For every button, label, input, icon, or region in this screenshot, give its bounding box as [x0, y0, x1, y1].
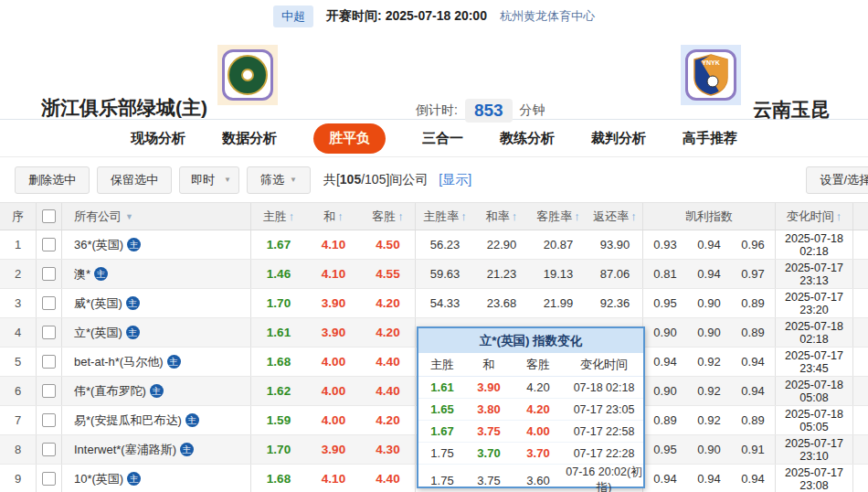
table-row: 3 威*(英国)主 1.70 3.90 4.20 54.33 23.68 21.…: [0, 289, 868, 318]
header-home-rate[interactable]: 主胜率↑: [416, 209, 474, 225]
kelly-draw: 0.94: [687, 238, 731, 251]
row-checkbox[interactable]: [42, 443, 56, 456]
row-seq: 3: [0, 289, 37, 317]
header-home-odds[interactable]: 主胜↑: [251, 209, 306, 225]
row-checkbox[interactable]: [42, 472, 56, 486]
company-cell[interactable]: 伟*(直布罗陀)主: [62, 377, 251, 405]
draw-rate: 21.23: [474, 267, 529, 281]
row-checkbox[interactable]: [42, 413, 56, 427]
chevron-down-icon: ▼: [224, 176, 231, 184]
away-team-name: 云南玉昆: [753, 97, 830, 123]
kelly-away: 0.94: [731, 348, 776, 376]
tab-three-in-one[interactable]: 三合一: [422, 130, 463, 147]
company-name: 易*(安提瓜和巴布达): [74, 412, 182, 429]
row-checkbox-cell: [37, 260, 62, 288]
home-badge-icon: 主: [150, 384, 164, 398]
company-cell[interactable]: 36*(英国)主: [62, 230, 251, 259]
company-cell[interactable]: 10*(英国)主: [62, 465, 251, 492]
company-cell[interactable]: 澳*主: [62, 260, 251, 288]
tab-win-draw-lose[interactable]: 胜平负: [313, 123, 386, 154]
row-checkbox-cell: [37, 406, 62, 434]
tab-live-analysis[interactable]: 现场分析: [131, 130, 185, 147]
settings-select-button[interactable]: 设置/选择: [806, 166, 868, 194]
show-link[interactable]: [显示]: [439, 172, 471, 188]
draw-odds: 3.90: [306, 296, 361, 310]
select-all-checkbox[interactable]: [42, 209, 56, 223]
header-company[interactable]: 所有公司▼: [62, 203, 251, 230]
company-cell[interactable]: bet-at-h*(马尔他)主: [62, 348, 251, 376]
popup-body: 1.61 3.90 4.20 07-18 02:18 1.65 3.80 4.2…: [418, 377, 643, 487]
sort-asc-icon: ↑: [337, 209, 344, 223]
keep-selected-button[interactable]: 保留选中: [97, 166, 172, 194]
company-cell[interactable]: 易*(安提瓜和巴布达)主: [62, 406, 251, 434]
kelly-home: 0.89: [643, 413, 687, 427]
row-checkbox[interactable]: [42, 238, 56, 251]
header-change-time[interactable]: 变化时间↑: [776, 203, 853, 230]
instant-dropdown[interactable]: 即时▼: [179, 166, 239, 194]
home-odds: 1.67: [251, 238, 306, 251]
chevron-down-icon: ▼: [290, 176, 297, 184]
tab-data-analysis[interactable]: 数据分析: [222, 130, 277, 147]
row-checkbox[interactable]: [42, 355, 56, 369]
sort-asc-icon: ↑: [397, 209, 404, 223]
header-draw-rate[interactable]: 和率↑: [474, 209, 529, 225]
popup-header-away: 客胜: [512, 357, 565, 373]
delete-selected-button[interactable]: 删除选中: [15, 166, 90, 194]
row-seq: 1: [0, 230, 37, 259]
filter-dropdown[interactable]: 筛选▼: [247, 166, 311, 194]
header-away-rate[interactable]: 客胜率↑: [529, 209, 587, 225]
team-header: 浙江俱乐部绿城(主) 倒计时: 853 分钟 YNYK 云南玉昆: [0, 33, 868, 120]
kelly-home: 0.94: [643, 472, 687, 486]
popup-draw-odds: 3.75: [466, 474, 512, 487]
row-seq: 6: [0, 377, 37, 405]
header-draw-odds[interactable]: 和↑: [306, 209, 361, 225]
home-odds: 1.46: [251, 267, 306, 281]
chevron-down-icon: ▼: [125, 212, 133, 221]
company-cell[interactable]: Interwet*(塞浦路斯)主: [62, 435, 251, 464]
home-team-logo: [217, 45, 278, 105]
row-checkbox[interactable]: [42, 296, 56, 310]
company-cell[interactable]: 立*(英国)主: [62, 318, 251, 347]
popup-home-odds: 1.65: [418, 402, 466, 416]
header-away-odds[interactable]: 客胜↑: [361, 203, 416, 230]
popup-draw-odds: 3.90: [466, 380, 512, 394]
table-row: 2 澳*主 1.46 4.10 4.55 59.63 21.23 19.13 8…: [0, 260, 868, 289]
countdown-unit: 分钟: [520, 102, 545, 119]
popup-row: 1.67 3.75 4.00 07-17 22:58: [418, 421, 643, 443]
league-badge[interactable]: 中超: [273, 5, 313, 27]
popup-change-time: 07-17 22:58: [565, 425, 643, 438]
row-checkbox[interactable]: [42, 384, 56, 398]
tab-coach-analysis[interactable]: 教练分析: [500, 130, 555, 147]
home-logo-frame: [222, 49, 273, 101]
tab-expert-picks[interactable]: 高手推荐: [683, 130, 737, 147]
company-count-total: 105: [340, 172, 361, 187]
draw-odds: 4.00: [306, 413, 361, 427]
away-odds: 4.20: [361, 289, 416, 317]
row-checkbox[interactable]: [42, 326, 56, 339]
filter-dropdown-label: 筛选: [260, 172, 284, 188]
away-odds: 4.40: [361, 465, 416, 492]
kelly-away: 0.89: [731, 406, 776, 434]
tab-referee-analysis[interactable]: 裁判分析: [591, 130, 646, 147]
popup-away-odds: 3.60: [512, 474, 565, 487]
away-odds: 4.50: [361, 230, 416, 259]
home-rate: 59.63: [416, 267, 474, 281]
venue-link[interactable]: 杭州黄龙体育中心: [500, 8, 595, 25]
popup-row: 1.65 3.80 4.20 07-17 23:05: [418, 399, 643, 421]
header-select-all[interactable]: [37, 203, 62, 230]
sort-asc-icon: ↑: [460, 209, 467, 223]
kelly-home: 0.81: [643, 267, 687, 281]
change-time: 2025-07-17 23:45: [776, 348, 853, 376]
kelly-away: 0.89: [731, 289, 776, 317]
popup-change-time: 07-17 22:28: [565, 447, 643, 460]
page: 中超 开赛时间: 2025-07-18 20:00 杭州黄龙体育中心 浙江俱乐部…: [0, 0, 868, 492]
header-return-rate[interactable]: 返还率↑: [587, 203, 643, 230]
company-cell[interactable]: 威*(英国)主: [62, 289, 251, 317]
row-checkbox[interactable]: [42, 267, 56, 281]
draw-odds: 4.10: [306, 267, 361, 281]
home-badge-icon: 主: [126, 296, 140, 310]
change-time: 2025-07-17 23:10: [776, 435, 853, 464]
odds-table-header: 序 所有公司▼ 主胜↑ 和↑ 客胜↑ 主胜率↑ 和率↑ 客胜率↑ 返还率↑ 凯利…: [0, 203, 868, 230]
kelly-away: 0.91: [731, 435, 776, 464]
header-kelly-index: 凯利指数: [643, 203, 776, 230]
